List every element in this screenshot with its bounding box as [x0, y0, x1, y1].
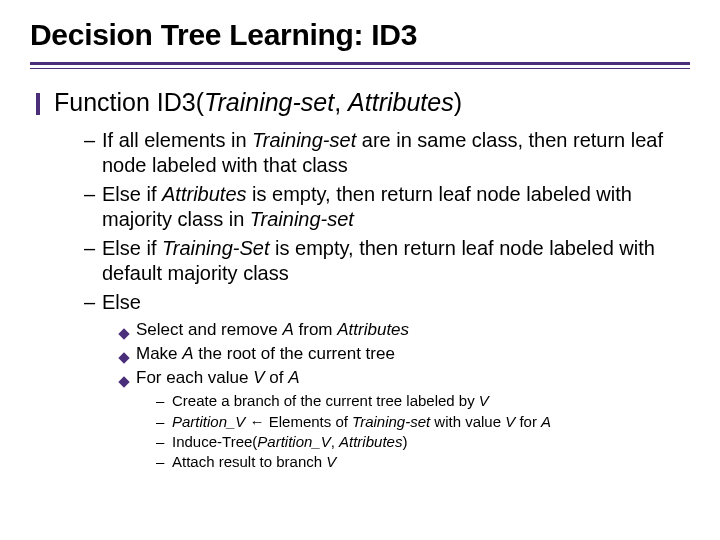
slide-title: Decision Tree Learning: ID3 [30, 18, 690, 52]
term: Partition_V [257, 433, 330, 450]
lvl2-text: Else if Attributes is empty, then return… [102, 182, 690, 232]
lvl2-item: – Else if Attributes is empty, then retu… [84, 182, 690, 232]
term: V [505, 413, 515, 430]
term: Training-set [252, 129, 356, 151]
text: the root of the current tree [194, 344, 395, 363]
dash-icon: – [84, 182, 102, 207]
arg: Attributes [348, 88, 454, 116]
text: with value [430, 413, 505, 430]
lvl4-item: – Create a branch of the current tree la… [156, 391, 690, 411]
dash-icon: – [156, 432, 172, 452]
term: V [253, 368, 264, 387]
lvl3-text: Make A the root of the current tree [136, 343, 395, 365]
term: Attributes [162, 183, 246, 205]
lvl2-text: Else [102, 290, 141, 315]
text: , [331, 433, 339, 450]
lvl2-text: Else if Training-Set is empty, then retu… [102, 236, 690, 286]
lvl4-item: – Partition_V ← Elements of Training-set… [156, 412, 690, 432]
term: A [282, 320, 293, 339]
dash-icon: – [84, 236, 102, 261]
lvl3-text: Select and remove A from Attributes [136, 319, 409, 341]
dash-icon: – [84, 128, 102, 153]
lvl4-text: Induce-Tree(Partition_V, Attributes) [172, 432, 407, 452]
term: Partition_V [172, 413, 245, 430]
text: ) [454, 88, 462, 116]
diamond-icon [120, 348, 136, 366]
text: ← Elements of [245, 413, 352, 430]
text: Function ID3( [54, 88, 204, 116]
text: Make [136, 344, 182, 363]
lvl3-item: For each value V of A [120, 367, 690, 390]
lvl4-item: – Attach result to branch V [156, 452, 690, 472]
lvl2-item: – Else if Training-Set is empty, then re… [84, 236, 690, 286]
lvl4-item: – Induce-Tree(Partition_V, Attributes) [156, 432, 690, 452]
term: Attributes [337, 320, 409, 339]
term: V [326, 453, 336, 470]
diamond-icon [120, 372, 136, 390]
lvl2-text: If all elements in Training-set are in s… [102, 128, 690, 178]
term: Training-Set [162, 237, 269, 259]
lvl1-item: Function ID3(Training-set, Attributes) [36, 87, 690, 118]
text: Attach result to branch [172, 453, 326, 470]
term: Training-set [352, 413, 430, 430]
lvl1-text: Function ID3(Training-set, Attributes) [54, 87, 462, 118]
text: If all elements in [102, 129, 252, 151]
diamond-icon [120, 324, 136, 342]
text: Else if [102, 183, 162, 205]
text: of [265, 368, 289, 387]
lvl2-item: – Else [84, 290, 690, 315]
text: from [294, 320, 337, 339]
lvl4-text: Attach result to branch V [172, 452, 336, 472]
text: Create a branch of the current tree labe… [172, 392, 479, 409]
dash-icon: – [156, 412, 172, 432]
text: for [515, 413, 541, 430]
text: Induce-Tree( [172, 433, 257, 450]
dash-icon: – [156, 391, 172, 411]
lvl2-item: – If all elements in Training-set are in… [84, 128, 690, 178]
lvl3-text: For each value V of A [136, 367, 300, 389]
text: Select and remove [136, 320, 282, 339]
text: , [334, 88, 348, 116]
text: Else if [102, 237, 162, 259]
term: A [288, 368, 299, 387]
dash-icon: – [84, 290, 102, 315]
text: For each value [136, 368, 253, 387]
dash-icon: – [156, 452, 172, 472]
term: Attributes [339, 433, 402, 450]
title-rule [30, 62, 690, 69]
term: A [182, 344, 193, 363]
arg: Training-set [204, 88, 334, 116]
lvl3-item: Select and remove A from Attributes [120, 319, 690, 342]
term: A [541, 413, 551, 430]
term: Training-set [250, 208, 354, 230]
bar-bullet-icon [36, 93, 40, 115]
text: ) [402, 433, 407, 450]
lvl4-text: Partition_V ← Elements of Training-set w… [172, 412, 551, 432]
lvl4-text: Create a branch of the current tree labe… [172, 391, 489, 411]
lvl3-item: Make A the root of the current tree [120, 343, 690, 366]
term: V [479, 392, 489, 409]
